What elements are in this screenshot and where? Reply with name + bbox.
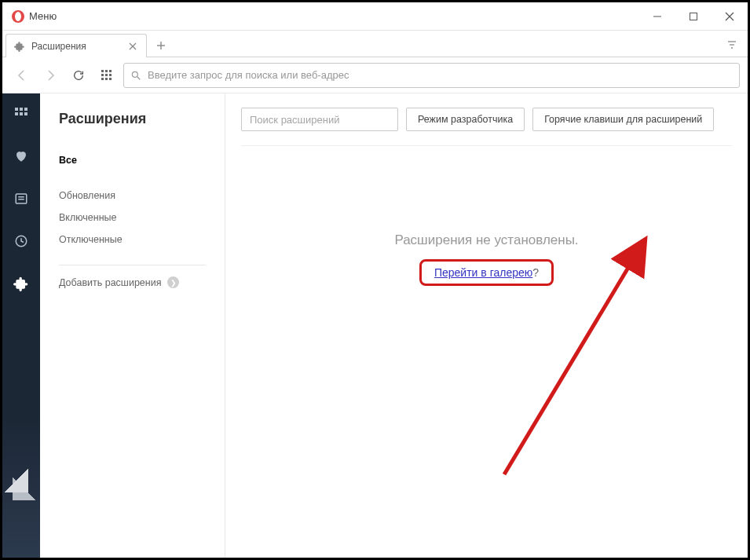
svg-rect-18 <box>105 78 108 80</box>
toolbar <box>2 57 748 93</box>
gallery-callout: Перейти в галерею? <box>419 259 554 286</box>
sidebar-news[interactable] <box>9 186 34 211</box>
svg-rect-26 <box>20 112 23 115</box>
forward-button[interactable] <box>38 64 62 87</box>
speed-dial-button[interactable] <box>95 64 119 87</box>
close-icon <box>725 12 734 21</box>
window-maximize-button[interactable] <box>675 2 712 31</box>
tab-title: Расширения <box>31 41 126 52</box>
search-extensions-input[interactable] <box>241 108 398 131</box>
puzzle-icon <box>13 276 29 291</box>
svg-rect-27 <box>24 112 27 115</box>
opera-logo-icon <box>12 10 24 23</box>
plus-icon <box>156 41 166 50</box>
sidebar-speed-dial[interactable] <box>9 101 34 126</box>
sidebar-extensions[interactable] <box>9 271 34 296</box>
action-row: Режим разработчика Горячие клавиши для р… <box>241 108 732 146</box>
empty-state: Расширения не установлены. Перейти в гал… <box>241 232 732 286</box>
search-icon <box>130 70 141 81</box>
workspace: Расширения Все Обновления Включенные Отк… <box>2 93 748 558</box>
svg-rect-13 <box>109 70 112 72</box>
heart-icon <box>14 149 28 163</box>
svg-rect-19 <box>109 78 112 80</box>
svg-rect-1 <box>690 13 697 20</box>
divider <box>59 265 206 265</box>
svg-rect-14 <box>101 74 104 76</box>
maximize-icon <box>689 12 698 21</box>
hotkeys-button[interactable]: Горячие клавиши для расширений <box>532 108 714 131</box>
svg-rect-15 <box>105 74 108 76</box>
filter-list: Все Обновления Включенные Отключенные <box>59 149 206 251</box>
clock-icon <box>14 234 28 248</box>
add-extensions-label: Добавить расширения <box>59 277 161 288</box>
filter-icon <box>726 39 737 50</box>
chevron-right-icon: ❯ <box>167 276 179 288</box>
chevron-right-icon <box>44 69 57 82</box>
svg-rect-16 <box>109 74 112 76</box>
address-input[interactable] <box>148 69 733 81</box>
svg-rect-23 <box>20 108 23 111</box>
news-icon <box>14 192 28 206</box>
menu-button[interactable]: Меню <box>2 2 66 30</box>
chevron-left-icon <box>16 69 28 82</box>
grid-icon <box>14 107 28 121</box>
svg-rect-22 <box>15 108 18 111</box>
reload-button[interactable] <box>67 64 90 87</box>
add-extensions-link[interactable]: Добавить расширения ❯ <box>59 276 206 288</box>
menu-label: Меню <box>29 10 57 22</box>
minimize-icon <box>653 12 662 21</box>
filter-updates[interactable]: Обновления <box>59 185 206 207</box>
filter-all[interactable]: Все <box>59 149 206 185</box>
sidebar-bookmarks[interactable] <box>9 144 34 169</box>
sidebar-history[interactable] <box>9 229 34 254</box>
addressbar[interactable] <box>123 63 740 88</box>
svg-rect-24 <box>24 108 27 111</box>
svg-rect-17 <box>101 78 104 80</box>
filter-disabled[interactable]: Отключенные <box>59 229 206 251</box>
window-minimize-button[interactable] <box>639 2 675 31</box>
left-pane: Расширения Все Обновления Включенные Отк… <box>40 93 225 558</box>
svg-rect-12 <box>105 70 108 72</box>
svg-line-21 <box>137 76 141 79</box>
puzzle-icon <box>14 41 25 52</box>
back-button[interactable] <box>10 64 34 87</box>
empty-state-title: Расширения не установлены. <box>241 232 732 248</box>
new-tab-button[interactable] <box>150 35 172 57</box>
svg-point-20 <box>132 71 137 77</box>
tab-close-button[interactable] <box>126 42 140 50</box>
svg-rect-25 <box>15 112 18 115</box>
tabbar-menu-button[interactable] <box>716 33 748 57</box>
window-close-button[interactable] <box>712 2 748 31</box>
developer-mode-button[interactable]: Режим разработчика <box>406 108 525 131</box>
page-title: Расширения <box>59 111 206 127</box>
svg-rect-11 <box>101 70 104 72</box>
filter-enabled[interactable]: Включенные <box>59 207 206 229</box>
reload-icon <box>72 69 85 82</box>
main-pane: Режим разработчика Горячие клавиши для р… <box>225 93 748 558</box>
close-icon <box>129 42 137 50</box>
dark-sidebar <box>2 93 40 558</box>
tab-extensions[interactable]: Расширения <box>5 34 147 57</box>
gallery-question-mark: ? <box>532 266 539 279</box>
go-to-gallery-link[interactable]: Перейти в галерею <box>434 266 532 279</box>
grid-icon <box>101 69 113 82</box>
titlebar: Меню <box>2 2 748 31</box>
tabbar: Расширения <box>2 31 748 57</box>
